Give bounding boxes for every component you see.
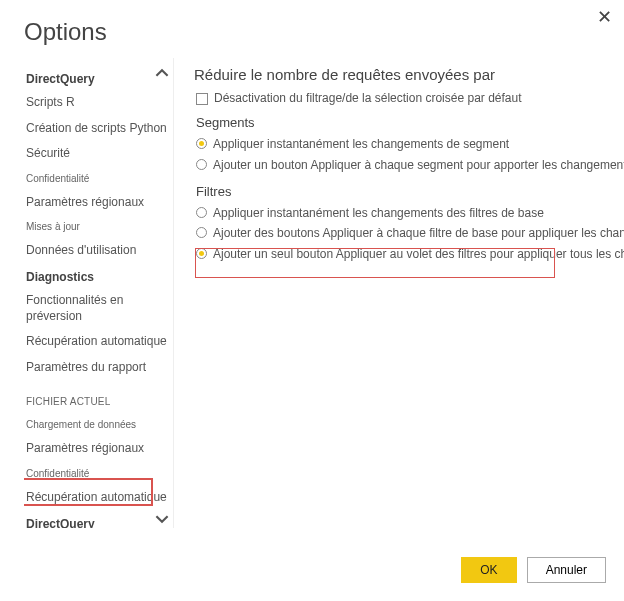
radio-icon[interactable] [196, 207, 207, 218]
sidebar-item-regional[interactable]: Paramètres régionaux [24, 190, 173, 216]
dialog-body: DirectQuery Scripts R Création de script… [0, 58, 624, 528]
sidebar-item-diagnostics[interactable]: Diagnostics [24, 264, 173, 288]
radio-icon[interactable] [196, 248, 207, 259]
sidebar-item-preview-features[interactable]: Fonctionnalités en préversion [24, 288, 173, 329]
sidebar: DirectQuery Scripts R Création de script… [24, 58, 174, 528]
ok-button[interactable]: OK [461, 557, 516, 583]
sidebar-item-security[interactable]: Sécurité [24, 141, 173, 167]
sidebar-item-updates[interactable]: Mises à jour [24, 215, 173, 238]
sidebar-item-usage-data[interactable]: Données d'utilisation [24, 238, 173, 264]
radio-label: Appliquer instantanément les changements… [213, 205, 544, 222]
sidebar-item-privacy[interactable]: Confidentialité [24, 167, 173, 190]
sidebar-item-python-scripts[interactable]: Création de scripts Python [24, 116, 173, 142]
chevron-down-icon[interactable] [155, 512, 169, 526]
checkbox-label: Désactivation du filtrage/de la sélectio… [214, 91, 522, 105]
radio-icon[interactable] [196, 138, 207, 149]
radio-label: Ajouter un bouton Appliquer à chaque seg… [213, 157, 624, 174]
radio-icon[interactable] [196, 227, 207, 238]
radio-segments-apply-button[interactable]: Ajouter un bouton Appliquer à chaque seg… [196, 157, 624, 174]
sidebar-item-directquery[interactable]: DirectQuery [24, 66, 173, 90]
sidebar-item-data-load[interactable]: Chargement de données [24, 413, 173, 436]
sidebar-item-scripts-r[interactable]: Scripts R [24, 90, 173, 116]
sidebar-section-current-file: FICHIER ACTUEL [24, 380, 173, 413]
checkbox-disable-crossfilter[interactable]: Désactivation du filtrage/de la sélectio… [196, 91, 624, 105]
radio-filters-instant[interactable]: Appliquer instantanément les changements… [196, 205, 624, 222]
sidebar-item-autorecovery[interactable]: Récupération automatique [24, 329, 173, 355]
filters-heading: Filtres [196, 184, 624, 199]
main-panel: Réduire le nombre de requêtes envoyées p… [174, 58, 624, 528]
radio-label: Ajouter un seul bouton Appliquer au vole… [213, 246, 624, 263]
sidebar-item-directquery-2[interactable]: DirectQuery [24, 511, 173, 528]
close-icon[interactable]: ✕ [597, 6, 612, 28]
sidebar-item-privacy-2[interactable]: Confidentialité [24, 462, 173, 485]
dialog-footer: OK Annuler [461, 557, 606, 583]
main-heading: Réduire le nombre de requêtes envoyées p… [194, 66, 624, 83]
radio-label: Ajouter des boutons Appliquer à chaque f… [213, 225, 624, 242]
radio-icon[interactable] [196, 159, 207, 170]
radio-segments-instant[interactable]: Appliquer instantanément les changements… [196, 136, 624, 153]
radio-filters-apply-each[interactable]: Ajouter des boutons Appliquer à chaque f… [196, 225, 624, 242]
radio-label: Appliquer instantanément les changements… [213, 136, 509, 153]
segments-heading: Segments [196, 115, 624, 130]
sidebar-item-report-settings[interactable]: Paramètres du rapport [24, 355, 173, 381]
dialog-title: Options [0, 0, 624, 58]
sidebar-item-autorecovery-2[interactable]: Récupération automatique [24, 485, 173, 511]
cancel-button[interactable]: Annuler [527, 557, 606, 583]
checkbox-icon[interactable] [196, 93, 208, 105]
sidebar-item-regional-2[interactable]: Paramètres régionaux [24, 436, 173, 462]
radio-filters-single-apply[interactable]: Ajouter un seul bouton Appliquer au vole… [196, 246, 624, 263]
